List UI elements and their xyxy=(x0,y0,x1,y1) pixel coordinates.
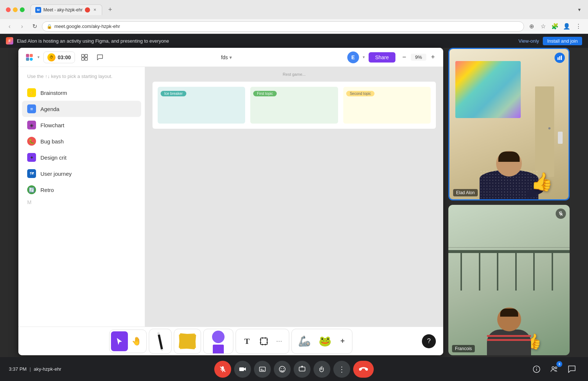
svg-point-36 xyxy=(552,367,554,369)
chat-button[interactable] xyxy=(564,362,579,377)
traffic-lights xyxy=(6,7,25,12)
install-join-btn[interactable]: Install and join xyxy=(543,37,582,45)
bottom-bar: 3:37 PM | aky-hzpk-ehr xyxy=(0,357,588,381)
template-item-retro[interactable]: 🔄 Retro xyxy=(22,182,141,198)
help-button[interactable]: ? xyxy=(422,334,436,348)
svg-rect-19 xyxy=(559,56,560,60)
francois-name-tag: Francois xyxy=(452,345,475,352)
extensions-icon[interactable]: ⊕ xyxy=(526,21,537,32)
figma-logo-button[interactable] xyxy=(24,51,35,63)
profile-icon[interactable]: 👤 xyxy=(562,21,572,32)
menu-icon[interactable]: ⋮ xyxy=(573,21,584,32)
back-button[interactable]: ‹ xyxy=(4,21,15,32)
zoom-in-button[interactable]: + xyxy=(428,52,438,63)
avatar-dropdown[interactable]: ▾ xyxy=(363,55,365,60)
notification-bar: F Elad Alon is hosting an activity using… xyxy=(0,34,588,48)
video-panel: 👍 Elad Alon xyxy=(448,48,570,355)
pen-tool-button[interactable] xyxy=(151,331,170,352)
bug-bash-label: Bug bash xyxy=(40,138,64,145)
bookmark-icon[interactable]: ☆ xyxy=(538,21,548,32)
zoom-out-button[interactable]: − xyxy=(399,52,409,63)
mic-muted-icon xyxy=(558,211,563,216)
svg-point-30 xyxy=(281,368,282,369)
browser-actions: ⊕ ☆ 🧩 👤 ⋮ xyxy=(526,21,584,32)
browser-tab[interactable]: M Meet - aky-hzpk-ehr ✕ xyxy=(31,4,102,15)
add-widget-button[interactable]: + xyxy=(336,331,349,352)
tab-dropdown[interactable]: ▾ xyxy=(578,7,581,13)
svg-rect-25 xyxy=(239,367,244,371)
nav-bar: ‹ › ↻ 🔒 meet.google.com/aky-hzpk-ehr ⊕ ☆… xyxy=(0,19,588,34)
tab-close-btn[interactable]: ✕ xyxy=(92,7,97,13)
forward-button[interactable]: › xyxy=(17,21,27,32)
sticky-note-button[interactable] xyxy=(176,331,199,352)
svg-rect-18 xyxy=(557,57,559,60)
template-item-design-crit[interactable]: ✦ Design crit xyxy=(22,149,141,165)
chat-icon xyxy=(568,365,576,373)
emoji-button[interactable] xyxy=(274,361,291,378)
more-tools-button[interactable]: ··· xyxy=(273,331,286,352)
template-item-user-journey[interactable]: 🗺 User journey xyxy=(22,165,141,182)
svg-rect-7 xyxy=(82,58,84,60)
traffic-light-maximize[interactable] xyxy=(20,7,25,12)
user-avatar[interactable]: E xyxy=(347,51,359,63)
ice-breaker-tag: Ice breaker xyxy=(161,91,186,96)
user-journey-label: User journey xyxy=(40,171,72,177)
retro-label: Retro xyxy=(40,187,54,193)
info-icon xyxy=(533,365,541,373)
add-widget-icon: + xyxy=(340,337,345,345)
mic-button[interactable] xyxy=(214,361,231,378)
present-button[interactable] xyxy=(294,361,311,378)
cursor-tool-button[interactable] xyxy=(111,331,128,351)
svg-point-35 xyxy=(536,367,537,368)
francois-scene: 👍 xyxy=(448,205,570,355)
refresh-button[interactable]: ↻ xyxy=(29,21,40,32)
svg-point-3 xyxy=(30,57,33,60)
figma-canvas: Rest game... Ice breaker First topic Sec… xyxy=(145,67,443,327)
widgets-group: 🦾 🐸 + xyxy=(291,329,352,354)
info-button[interactable] xyxy=(529,362,544,377)
camera-icon xyxy=(239,366,246,373)
traffic-light-minimize[interactable] xyxy=(13,7,18,12)
raise-hand-button[interactable] xyxy=(313,361,330,378)
elad-head xyxy=(496,151,522,177)
stripe-2 xyxy=(487,339,531,341)
timer-area[interactable]: ⏱ 03:00 xyxy=(43,51,75,63)
new-tab-button[interactable]: + xyxy=(105,4,115,15)
first-topic-column: First topic xyxy=(250,87,338,124)
hand-tool-button[interactable]: 🤚 xyxy=(128,331,145,351)
frame-tool-button[interactable] xyxy=(256,331,272,352)
captions-icon xyxy=(259,366,266,373)
traffic-light-close[interactable] xyxy=(6,7,11,12)
people-button[interactable]: 3 xyxy=(547,362,562,377)
template-item-brainstorm[interactable]: ⚡ Brainstorm xyxy=(22,85,141,101)
retro-icon: 🔄 xyxy=(27,185,36,194)
svg-rect-5 xyxy=(82,54,84,57)
shapes-button[interactable]: ↪ xyxy=(207,331,230,352)
address-bar[interactable]: 🔒 meet.google.com/aky-hzpk-ehr xyxy=(42,21,524,32)
text-tool-icon: T xyxy=(244,337,250,346)
francois-hair xyxy=(500,309,518,317)
share-button[interactable]: Share xyxy=(369,52,395,63)
text-tool-button[interactable]: T xyxy=(239,331,255,352)
ceiling-line xyxy=(448,247,570,248)
template-item-agenda[interactable]: ≡ Agenda xyxy=(22,101,141,117)
agenda-label: Agenda xyxy=(40,106,60,112)
widget-1-button[interactable]: 🦾 xyxy=(295,331,314,352)
template-item-bug-bash[interactable]: 🐛 Bug bash xyxy=(22,133,141,149)
file-name-area[interactable]: fds ▾ xyxy=(221,54,232,60)
captions-button[interactable] xyxy=(254,361,271,378)
view-only-btn[interactable]: View-only xyxy=(519,38,539,44)
brainstorm-icon: ⚡ xyxy=(27,88,36,97)
zoom-level-display[interactable]: 9% xyxy=(411,54,426,61)
puzzle-icon[interactable]: 🧩 xyxy=(550,21,560,32)
camera-button[interactable] xyxy=(234,361,251,378)
widget-2-button[interactable]: 🐸 xyxy=(315,331,334,352)
template-item-flowchart[interactable]: ◈ Flowchart xyxy=(22,117,141,133)
end-call-button[interactable] xyxy=(353,361,374,378)
comment-button[interactable] xyxy=(94,51,106,63)
figma-logo-svg xyxy=(25,53,33,61)
template-preview-frame: Ice breaker First topic Second topic xyxy=(153,82,436,129)
more-options-button[interactable]: ⋮ xyxy=(333,361,350,378)
grid-view-button[interactable] xyxy=(79,51,90,63)
brainstorm-label: Brainstorm xyxy=(40,90,67,96)
